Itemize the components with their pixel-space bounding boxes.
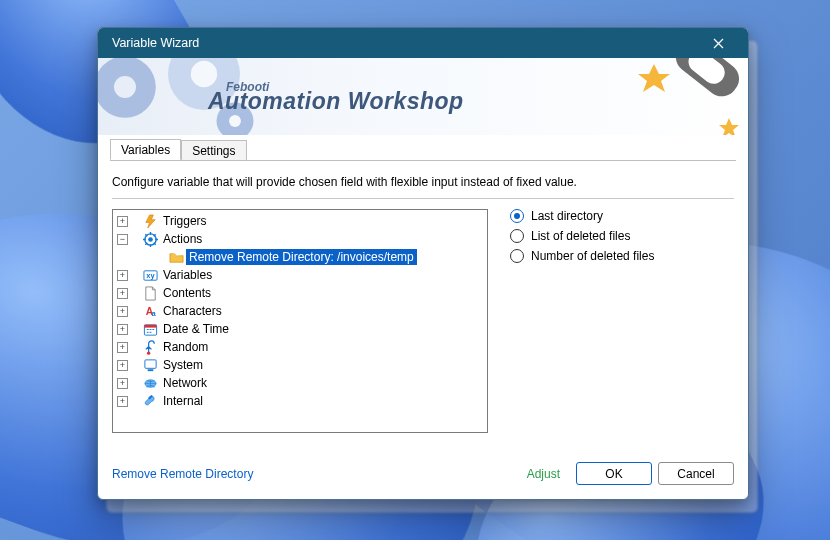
triggers-icon [142,213,158,229]
tab-settings[interactable]: Settings [181,140,246,161]
expand-icon[interactable]: + [117,306,128,317]
tree-item-characters[interactable]: + Aa Characters [113,302,487,320]
option-label: Last directory [531,209,603,223]
dialog-footer: Remove Remote Directory Adjust OK Cancel [98,452,748,499]
svg-marker-6 [638,64,670,92]
expand-icon[interactable]: + [117,270,128,281]
svg-marker-10 [145,214,154,227]
variables-icon: xy [142,267,158,283]
radio-icon [510,249,524,263]
folder-icon [168,249,184,265]
tree-item-system[interactable]: + System [113,356,487,374]
tree-label: Internal [160,393,206,409]
svg-rect-18 [144,324,156,327]
tree-label: Variables [160,267,215,283]
internal-icon [142,393,158,409]
tree-item-triggers[interactable]: + Triggers [113,212,487,230]
tree-label: Characters [160,303,225,319]
network-icon [142,375,158,391]
calendar-icon [142,321,158,337]
svg-point-12 [148,237,153,242]
svg-rect-20 [144,359,155,367]
tree-label-selected: Remove Remote Directory: /invoices/temp [186,249,417,265]
close-icon [713,38,724,49]
option-num-deleted[interactable]: Number of deleted files [510,249,654,263]
actions-icon [142,231,158,247]
characters-icon: Aa [142,303,158,319]
option-list-deleted[interactable]: List of deleted files [510,229,654,243]
variable-wizard-dialog: Variable Wizard Febooti Automation Works… [97,27,749,500]
options-group: Last directory List of deleted files Num… [510,209,654,433]
tree-item-variables[interactable]: + xy Variables [113,266,487,284]
svg-text:a: a [151,309,156,318]
expand-icon[interactable]: + [117,360,128,371]
banner: Febooti Automation Workshop [98,58,748,135]
category-tree[interactable]: + Triggers − Actions Remove Remote Direc… [112,209,488,433]
collapse-icon[interactable]: − [117,234,128,245]
divider [112,198,734,199]
tab-bar: Variables Settings [98,139,748,161]
option-last-directory[interactable]: Last directory [510,209,654,223]
expand-icon[interactable]: + [117,378,128,389]
tree-label: Random [160,339,211,355]
svg-point-5 [229,115,241,127]
tree-label: Triggers [160,213,210,229]
expand-icon[interactable]: + [117,324,128,335]
svg-rect-21 [147,369,153,371]
tree-item-network[interactable]: + Network [113,374,487,392]
svg-marker-7 [719,118,739,135]
svg-point-19 [146,351,149,354]
svg-text:xy: xy [146,271,155,280]
close-button[interactable] [698,28,738,58]
expand-icon[interactable]: + [117,288,128,299]
wand-icon [636,58,746,135]
expand-icon[interactable]: + [117,342,128,353]
option-label: Number of deleted files [531,249,654,263]
instruction-text: Configure variable that will provide cho… [112,175,734,189]
tree-item-internal[interactable]: + Internal [113,392,487,410]
expand-icon[interactable]: + [117,216,128,227]
tree-label: Date & Time [160,321,232,337]
radio-icon [510,229,524,243]
tree-item-random[interactable]: + Random [113,338,487,356]
tree-item-actions[interactable]: − Actions [113,230,487,248]
tree-label: Network [160,375,210,391]
window-title: Variable Wizard [112,36,698,50]
ok-button[interactable]: OK [576,462,652,485]
banner-product: Automation Workshop [208,88,464,114]
tree-item-datetime[interactable]: + Date & Time [113,320,487,338]
tree-label: Contents [160,285,214,301]
cancel-button[interactable]: Cancel [658,462,734,485]
expand-icon[interactable]: + [117,396,128,407]
footer-link[interactable]: Remove Remote Directory [112,467,253,481]
banner-text: Febooti Automation Workshop [208,80,464,115]
tree-label: Actions [160,231,205,247]
tree-item-contents[interactable]: + Contents [113,284,487,302]
system-icon [142,357,158,373]
adjust-link[interactable]: Adjust [527,467,560,481]
contents-icon [142,285,158,301]
random-icon [142,339,158,355]
titlebar: Variable Wizard [98,28,748,58]
tab-variables[interactable]: Variables [110,139,181,160]
svg-point-1 [114,76,136,98]
radio-icon [510,209,524,223]
tree-label: System [160,357,206,373]
option-label: List of deleted files [531,229,630,243]
tree-item-remove-remote-dir[interactable]: Remove Remote Directory: /invoices/temp [113,248,487,266]
